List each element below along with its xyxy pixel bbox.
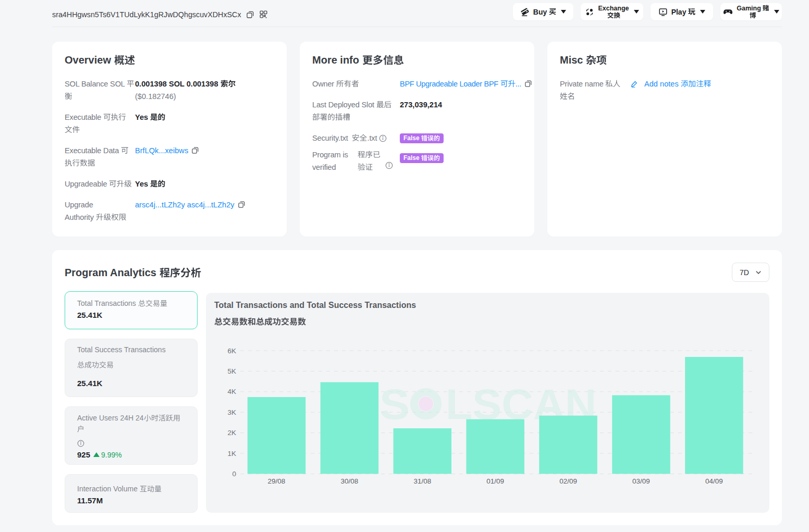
svg-text:31/08: 31/08 bbox=[413, 477, 431, 485]
svg-text:02/09: 02/09 bbox=[559, 477, 577, 485]
svg-text:29/08: 29/08 bbox=[268, 477, 286, 485]
svg-text:S: S bbox=[379, 380, 410, 428]
svg-text:3K: 3K bbox=[227, 409, 236, 416]
svg-text:6K: 6K bbox=[227, 347, 236, 355]
svg-text:5K: 5K bbox=[227, 367, 236, 375]
svg-text:1K: 1K bbox=[227, 450, 236, 457]
svg-text:4K: 4K bbox=[227, 388, 236, 395]
svg-text:04/09: 04/09 bbox=[705, 477, 723, 485]
svg-text:0: 0 bbox=[232, 470, 236, 478]
svg-text:01/09: 01/09 bbox=[486, 477, 504, 485]
svg-text:30/08: 30/08 bbox=[341, 477, 359, 485]
svg-text:2K: 2K bbox=[227, 429, 236, 437]
svg-text:03/09: 03/09 bbox=[632, 477, 650, 485]
